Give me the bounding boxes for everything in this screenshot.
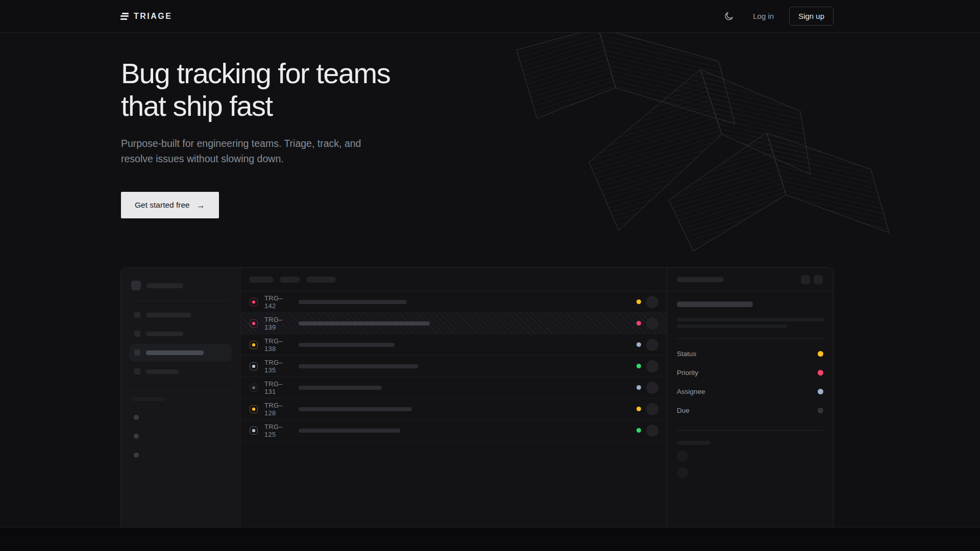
issue-row: TRG–125 [240,420,667,441]
preview-issue-list: TRG–142TRG–139TRG–138TRG–135TRG–131TRG–1… [240,268,667,527]
tab-skeleton [249,277,274,283]
sidebar-section-label-skeleton [132,397,165,401]
issue-row: TRG–139 [240,313,667,334]
issue-type-icon [250,384,258,392]
hero-subtitle: Purpose-built for engineering teams. Tri… [121,136,390,166]
sidebar-item-icon [134,349,140,356]
property-rows: StatusPriorityAssigneeDue [677,344,823,420]
issue-title-skeleton [299,407,412,411]
detail-line-skeleton [677,318,824,321]
sidebar-item-icon [134,331,140,337]
presence-dot [134,415,139,420]
property-row: Assignee [677,382,823,401]
issue-row: TRG–138 [240,334,667,356]
sidebar-item-label-skeleton [146,332,183,336]
issue-id: TRG–131 [264,380,292,395]
property-label: Assignee [677,388,705,395]
workspace-switcher-skeleton [131,281,232,290]
app-preview-window: TRG–142TRG–139TRG–138TRG–135TRG–131TRG–1… [120,267,834,527]
detail-divider [677,430,823,431]
issue-status-dot [636,385,641,390]
comment-avatar-skeleton [677,450,688,462]
property-label: Priority [677,369,698,377]
detail-title-skeleton [677,302,753,307]
preview-sidebar [121,268,240,527]
login-link[interactable]: Log in [753,12,774,20]
issue-id: TRG–128 [264,402,292,417]
property-value-dot [818,351,823,357]
moon-icon [724,11,734,21]
tab-skeleton [280,277,300,283]
panel-header-skeleton [677,277,724,282]
sidebar-item-label-skeleton [146,369,179,374]
property-row: Status [677,344,823,363]
sidebar-item-skeleton-active [129,344,232,361]
panel-action-icon [814,275,823,284]
logo[interactable]: TRIAGE [120,12,172,21]
issue-type-icon [250,362,258,370]
issue-avatar [646,360,658,372]
issue-type-icon [250,427,258,435]
issue-status-dot [636,342,641,347]
issue-row: TRG–135 [240,356,667,377]
issue-type-icon [250,341,258,349]
issue-status-dot [636,428,641,433]
property-label: Due [677,407,690,414]
issue-avatar [646,296,658,308]
get-started-button[interactable]: Get started free → [121,192,219,218]
logo-text: TRIAGE [134,12,172,21]
issue-id: TRG–138 [264,337,292,353]
issue-type-icon [250,319,258,328]
sidebar-item-label-skeleton [146,313,191,317]
workspace-icon [131,281,141,290]
sidebar-item-skeleton [129,363,232,380]
theme-toggle-button[interactable] [720,8,738,25]
signup-button[interactable]: Sign up [789,7,834,26]
comment-avatar-skeleton [677,467,688,479]
cta-label: Get started free [135,201,190,210]
issue-title-skeleton [299,429,400,433]
issue-title-skeleton [299,321,430,325]
hero-title-line1: Bug tracking for teams [121,57,390,89]
issue-type-icon [250,298,258,306]
issue-id: TRG–135 [264,359,292,374]
issue-id: TRG–139 [264,316,292,331]
triage-logo-icon [120,13,129,20]
sidebar-item-skeleton [129,306,232,323]
issue-avatar [646,403,658,415]
panel-action-icon [801,275,810,284]
property-row: Priority [677,363,823,382]
issue-avatar [646,424,658,437]
issue-status-dot [636,299,641,304]
issue-row: TRG–142 [240,291,667,313]
issue-id: TRG–142 [264,294,292,310]
panel-header-actions [801,275,823,284]
issue-row: TRG–128 [240,398,667,420]
issue-type-icon [250,405,258,413]
detail-line-skeleton [677,324,787,328]
presence-dot [134,453,139,458]
presence-dot [134,434,139,439]
property-value-dot [818,389,823,394]
hero-title-line2: that ship fast [121,90,273,122]
sidebar-divider [130,300,231,301]
property-value-dot [818,370,823,375]
sidebar-item-skeleton [129,325,232,342]
property-label: Status [677,350,696,358]
issue-title-skeleton [299,364,418,368]
sidebar-item-icon [134,368,140,374]
sidebar-divider [130,390,231,391]
detail-panel-body: StatusPriorityAssigneeDue [667,291,833,479]
issue-title-skeleton [299,386,382,390]
comments-section-label-skeleton [677,441,710,445]
next-section-band [0,528,980,551]
issue-row: TRG–131 [240,377,667,398]
issue-title-skeleton [299,300,407,304]
issue-avatar [646,317,658,330]
property-row: Due [677,401,823,420]
sidebar-item-icon [134,312,140,318]
detail-panel-header [667,268,833,291]
arrow-right-icon: → [197,201,205,210]
navbar-actions: Log in Sign up [720,7,834,26]
issue-title-skeleton [299,343,395,347]
